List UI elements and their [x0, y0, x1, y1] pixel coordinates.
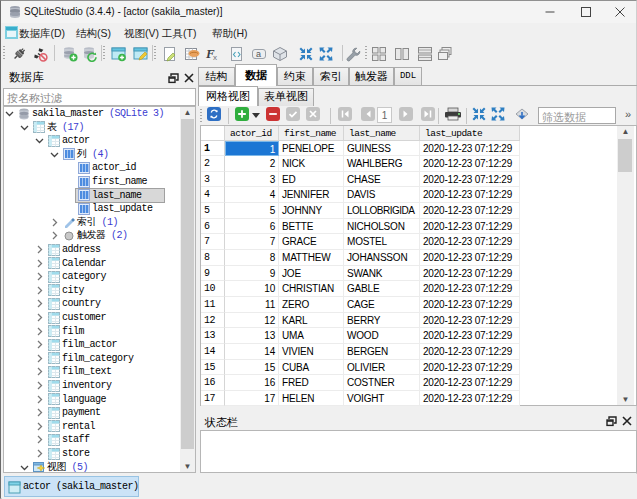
- svg-text:x: x: [213, 53, 217, 62]
- svg-text:a: a: [256, 49, 261, 59]
